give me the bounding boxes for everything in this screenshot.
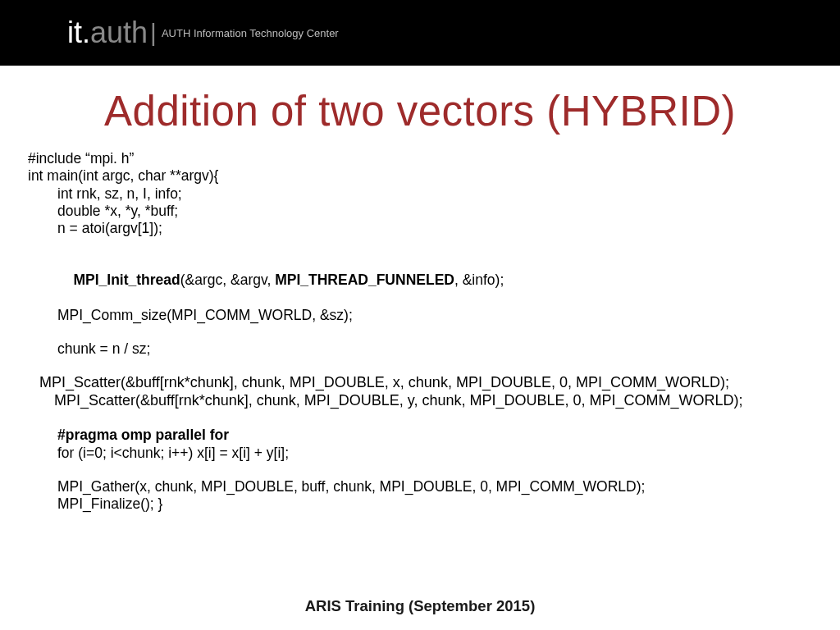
code-line: n = atoi(argv[1]);	[28, 220, 840, 237]
logo-it: it.	[67, 16, 90, 50]
code-line: MPI_Scatter(&buff[rnk*chunk], chunk, MPI…	[28, 374, 840, 392]
code-line: MPI_Scatter(&buff[rnk*chunk], chunk, MPI…	[28, 392, 840, 410]
code-pragma: #pragma omp parallel for	[28, 427, 840, 444]
code-line: for (i=0; i<chunk; i++) x[i] = x[i] + y[…	[28, 445, 840, 462]
code-text: , &info);	[454, 272, 504, 288]
code-line: MPI_Comm_size(MPI_COMM_WORLD, &sz);	[28, 307, 840, 324]
code-line: #include “mpi. h”	[28, 150, 840, 167]
footer-text: ARIS Training (September 2015)	[0, 597, 840, 615]
code-line: MPI_Finalize(); }	[28, 495, 840, 513]
code-text: (&argc, &argv,	[180, 272, 275, 288]
code-line: int main(int argc, char **argv){	[28, 167, 840, 185]
code-fn: MPI_Init_thread	[73, 272, 180, 288]
logo-pipe: |	[150, 19, 157, 47]
code-line: MPI_Init_thread(&argc, &argv, MPI_THREAD…	[28, 254, 840, 307]
code-line: int rnk, sz, n, I, info;	[28, 185, 840, 203]
code-line: double *x, *y, *buff;	[28, 203, 840, 220]
header-bar: it. auth | AUTH Information Technology C…	[0, 0, 840, 66]
code-const: MPI_THREAD_FUNNELED	[275, 272, 454, 288]
code-block: #include “mpi. h” int main(int argc, cha…	[0, 150, 840, 514]
code-line: chunk = n / sz;	[28, 340, 840, 358]
code-line: MPI_Gather(x, chunk, MPI_DOUBLE, buff, c…	[28, 478, 840, 495]
page-title: Addition of two vectors (HYBRID)	[0, 87, 840, 135]
logo-auth: auth	[90, 16, 148, 50]
org-name: AUTH Information Technology Center	[162, 27, 339, 39]
